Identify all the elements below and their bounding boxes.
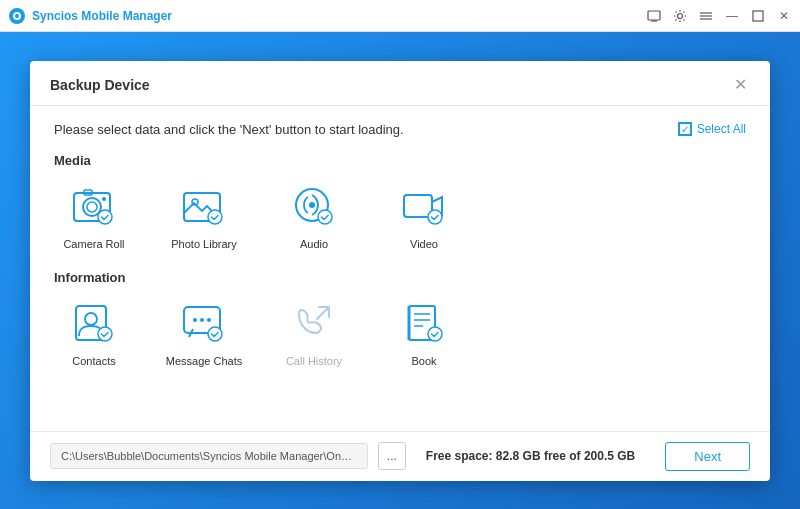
free-space-info: Free space: 82.8 GB free of 200.5 GB (426, 449, 635, 463)
minimize-button[interactable]: — (724, 8, 740, 24)
dialog-footer: C:\Users\Bubble\Documents\Syncios Mobile… (30, 431, 770, 481)
browse-button[interactable]: ... (378, 442, 406, 470)
close-button[interactable]: ✕ (776, 8, 792, 24)
select-all-checkbox[interactable]: ✓ (678, 122, 692, 136)
dialog-body: Please select data and click the 'Next' … (30, 106, 770, 431)
call-history-label: Call History (286, 355, 342, 367)
item-video[interactable]: Video (384, 180, 464, 250)
window-controls: — ✕ (646, 8, 792, 24)
item-audio[interactable]: Audio (274, 180, 354, 250)
svg-point-5 (678, 13, 683, 18)
backup-path: C:\Users\Bubble\Documents\Syncios Mobile… (50, 443, 368, 469)
svg-rect-3 (648, 11, 660, 20)
item-book[interactable]: Book (384, 297, 464, 367)
dialog-close-button[interactable]: ✕ (730, 75, 750, 95)
message-chats-icon (179, 297, 229, 347)
media-items-grid: Camera Roll Photo Librar (54, 180, 746, 250)
backup-dialog: Backup Device ✕ Please select data and c… (30, 61, 770, 481)
audio-label: Audio (300, 238, 328, 250)
svg-point-21 (318, 210, 332, 224)
select-all-button[interactable]: ✓ Select All (678, 122, 746, 136)
svg-point-37 (428, 327, 442, 341)
svg-point-20 (309, 202, 315, 208)
svg-point-12 (87, 202, 97, 212)
svg-rect-22 (404, 195, 432, 217)
title-bar: Syncios Mobile Manager — ✕ (0, 0, 800, 32)
svg-point-14 (102, 197, 106, 201)
settings-icon[interactable] (672, 8, 688, 24)
dialog-header: Backup Device ✕ (30, 61, 770, 106)
media-section-title: Media (54, 153, 746, 168)
svg-point-18 (208, 210, 222, 224)
app-logo (8, 7, 26, 25)
contacts-label: Contacts (72, 355, 115, 367)
svg-rect-9 (753, 11, 763, 21)
svg-point-29 (200, 318, 204, 322)
call-history-icon (289, 297, 339, 347)
svg-point-30 (207, 318, 211, 322)
item-photo-library[interactable]: Photo Library (164, 180, 244, 250)
svg-point-23 (428, 210, 442, 224)
video-icon (399, 180, 449, 230)
book-label: Book (411, 355, 436, 367)
menu-icon[interactable] (698, 8, 714, 24)
photo-library-icon (179, 180, 229, 230)
svg-point-15 (98, 210, 112, 224)
camera-roll-label: Camera Roll (63, 238, 124, 250)
item-camera-roll[interactable]: Camera Roll (54, 180, 134, 250)
app-title: Syncios Mobile Manager (32, 9, 646, 23)
svg-point-31 (208, 327, 222, 341)
dialog-title: Backup Device (50, 77, 150, 93)
dialog-instruction: Please select data and click the 'Next' … (54, 122, 746, 137)
camera-roll-icon (69, 180, 119, 230)
svg-point-25 (85, 313, 97, 325)
book-icon (399, 297, 449, 347)
next-button[interactable]: Next (665, 442, 750, 471)
restore-button[interactable] (750, 8, 766, 24)
svg-point-26 (98, 327, 112, 341)
audio-icon (289, 180, 339, 230)
item-message-chats[interactable]: Message Chats (164, 297, 244, 367)
svg-point-2 (15, 14, 19, 18)
video-label: Video (410, 238, 438, 250)
contacts-icon (69, 297, 119, 347)
window-monitor-icon[interactable] (646, 8, 662, 24)
photo-library-label: Photo Library (171, 238, 236, 250)
item-call-history[interactable]: Call History (274, 297, 354, 367)
item-contacts[interactable]: Contacts (54, 297, 134, 367)
information-items-grid: Contacts (54, 297, 746, 367)
message-chats-label: Message Chats (166, 355, 242, 367)
information-section-title: Information (54, 270, 746, 285)
svg-point-28 (193, 318, 197, 322)
app-background: Backup Device ✕ Please select data and c… (0, 32, 800, 509)
